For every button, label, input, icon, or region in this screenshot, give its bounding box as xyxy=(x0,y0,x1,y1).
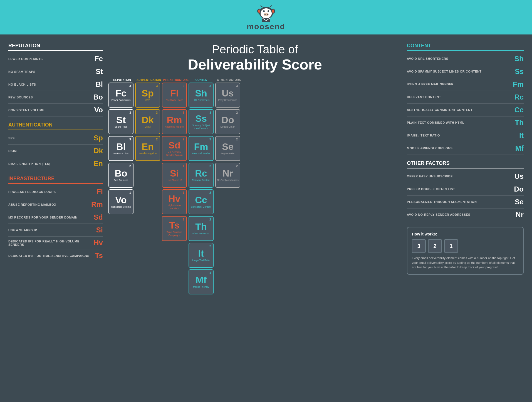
item-symbol: Fl xyxy=(96,187,103,196)
cell-number: 3 xyxy=(129,84,131,88)
svg-point-4 xyxy=(272,9,274,13)
title-line2: Deliverability Score xyxy=(108,56,401,73)
cell-name: High Volume Senders xyxy=(164,204,185,210)
cell-name: Mobile Friendly xyxy=(193,286,209,288)
item-label: EMAIL ENCRYPTION (TLS) xyxy=(8,162,50,165)
right-item-label: OFFER EASY UNSUBSCRIBE xyxy=(407,174,453,178)
table-row: 2 Bo Few Bounces 1 Si Use Shared IP 2 Rc… xyxy=(108,163,401,188)
auth-item: DKIM Dk xyxy=(8,145,103,157)
svg-point-7 xyxy=(268,10,269,12)
svg-point-3 xyxy=(258,9,260,13)
logo-container: moosend xyxy=(0,5,532,31)
col-content: CONTENT xyxy=(190,78,215,81)
item-label: DEDICATED IPS FOR REALLY HIGH-VOLUME SEN… xyxy=(8,240,94,246)
item-label: USE A SHARED IP xyxy=(8,229,37,232)
cell-number: 3 xyxy=(129,138,131,141)
cell-number: 2 xyxy=(209,164,211,168)
right-item-label: PERSONALIZED THROUGH SEGMENTATION xyxy=(407,200,477,204)
cell-number: 2 xyxy=(236,138,238,141)
cell-symbol: Si xyxy=(170,168,179,178)
cell-symbol: Rm xyxy=(167,115,182,125)
periodic-cell: 3 Bl No Black Lists xyxy=(108,136,133,161)
right-item-label: AVOID NO-REPLY SENDER ADDRESSES xyxy=(407,213,470,217)
title-line1: Periodic Table of xyxy=(108,43,401,56)
right-item-symbol: Ss xyxy=(515,67,524,76)
cell-number: 2 xyxy=(209,191,211,194)
svg-point-9 xyxy=(264,14,266,15)
right-item-symbol: Mf xyxy=(515,144,524,153)
item-symbol: St xyxy=(96,67,103,76)
periodic-cell xyxy=(215,243,240,268)
infra-item: USE A SHARED IP Si xyxy=(8,224,103,237)
cell-number: 3 xyxy=(129,111,131,114)
cell-number: 2 xyxy=(209,218,211,221)
cell-number: 3 xyxy=(209,84,211,88)
item-symbol: Vo xyxy=(94,106,103,114)
other-section-title: OTHER FACTORS xyxy=(407,160,524,168)
periodic-title: Periodic Table of Deliverability Score xyxy=(108,43,401,73)
cell-symbol: Us xyxy=(222,88,234,98)
cell-name: Image/Text Ratio xyxy=(192,259,210,262)
right-item-label: PREFER DOUBLE OPT-IN LIST xyxy=(407,187,455,191)
cell-number: 3 xyxy=(236,84,238,88)
content-item: PLAIN TEXT COMBINED WITH HTML Th xyxy=(407,116,524,129)
col-authentication: AUTHENTICATION xyxy=(136,78,161,81)
cell-number: 1 xyxy=(129,191,131,194)
right-item-symbol: Us xyxy=(514,172,524,181)
column-headers: REPUTATION AUTHENTICATION INFRASTRUCTURE… xyxy=(108,78,401,81)
other-list: OFFER EASY UNSUBSCRIBE UsPREFER DOUBLE O… xyxy=(407,170,524,221)
right-panel: CONTENT AVOID URL SHORTENERS ShAVOID SPA… xyxy=(407,43,524,294)
cell-name: Double Opt-in xyxy=(221,125,235,128)
periodic-cell: 2 It Image/Text Ratio xyxy=(189,243,214,268)
cell-number: 2 xyxy=(129,164,131,168)
cell-number: 1 xyxy=(183,191,184,194)
cell-name: Consistent Content xyxy=(191,205,211,208)
item-label: PROCESS FEEDBACK LOOPS xyxy=(8,190,56,193)
cell-name: Spammy Subject Line/Content xyxy=(190,124,212,130)
item-label: CONSISTENT VOLUME xyxy=(8,108,44,112)
cell-number: 3 xyxy=(183,111,184,114)
other-item: AVOID NO-REPLY SENDER ADDRESSES Nr xyxy=(407,209,524,221)
cell-symbol: Dk xyxy=(142,115,154,125)
periodic-cell xyxy=(108,216,133,241)
periodic-cell: 3 Fm Free Mail Sender xyxy=(189,136,214,161)
cell-name: Use Shared IP xyxy=(167,179,182,182)
infra-item: MX RECORDS FOR YOUR SENDER DOMAIN Sd xyxy=(8,211,103,224)
right-item-label: USING A FREE MAIL SENDER xyxy=(407,82,454,86)
svg-point-8 xyxy=(264,13,269,16)
col-infrastructure: INFRASTRUCTURE xyxy=(163,78,188,81)
periodic-cell: 3 Fl Feedback Loops xyxy=(162,83,187,108)
cell-symbol: Do xyxy=(221,115,234,125)
how-cell: 2 xyxy=(428,239,442,253)
cell-name: No Black Lists xyxy=(113,152,128,155)
cell-name: Consistent Volume xyxy=(111,205,131,208)
periodic-cell: 3 Us Easy Unsubscribe xyxy=(215,83,240,108)
cell-number: 2 xyxy=(236,164,238,168)
item-symbol: Hv xyxy=(94,239,103,247)
table-row: 1 Vo Consistent Volume 1 Hv High Volume … xyxy=(108,189,401,214)
right-item-label: AESTHETICALLY CONSISTENT CONTENT xyxy=(407,108,472,112)
infra-item: DEDICATED IPS FOR TIME-SENSITIVE CAMPAIG… xyxy=(8,249,103,262)
periodic-cell xyxy=(162,269,187,294)
periodic-cell: 3 Dk DKIM xyxy=(135,109,160,134)
how-cell: 1 xyxy=(444,239,458,253)
reputation-item: FEW BOUNCES Bo xyxy=(8,91,103,104)
reputation-title: REPUTATION xyxy=(8,43,103,51)
periodic-cell: 1 Si Use Shared IP xyxy=(162,163,187,188)
cell-symbol: It xyxy=(198,249,204,258)
cell-symbol: Ss xyxy=(195,114,207,123)
cell-symbol: Fc xyxy=(115,88,127,98)
reputation-list: FEWER COMPLAINTS FcNO SPAM TRAPS StNO BL… xyxy=(8,53,103,116)
periodic-cell: 3 Sp SPF xyxy=(135,83,160,108)
infra-item: DEDICATED IPS FOR REALLY HIGH-VOLUME SEN… xyxy=(8,237,103,249)
cell-name: No-Reply Addresses xyxy=(217,179,238,182)
how-cell: 3 xyxy=(412,239,426,253)
periodic-cell xyxy=(215,269,240,294)
table-row: 3 Bl No Black Lists 2 En Email Encryptio… xyxy=(108,136,401,161)
periodic-cell: 1 Vo Consistent Volume xyxy=(108,189,133,214)
col-reputation: REPUTATION xyxy=(110,78,135,81)
item-label: FEW BOUNCES xyxy=(8,96,33,99)
svg-marker-12 xyxy=(270,5,272,7)
cell-symbol: Rc xyxy=(195,168,207,178)
periodic-cell xyxy=(215,216,240,241)
